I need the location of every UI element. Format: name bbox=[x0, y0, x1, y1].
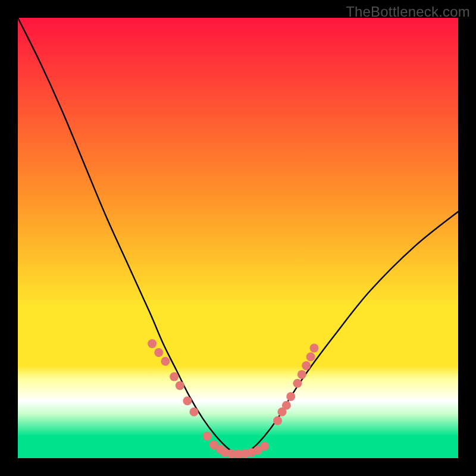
data-point bbox=[273, 416, 282, 425]
data-point bbox=[170, 372, 178, 381]
data-point bbox=[183, 396, 192, 405]
data-point bbox=[286, 392, 295, 401]
data-point bbox=[161, 357, 170, 366]
data-point bbox=[176, 381, 184, 390]
data-point bbox=[298, 370, 306, 379]
data-point bbox=[306, 352, 315, 361]
data-point bbox=[148, 339, 156, 348]
data-point bbox=[293, 379, 302, 388]
data-point bbox=[310, 344, 319, 353]
data-point bbox=[282, 401, 291, 410]
data-point bbox=[154, 348, 163, 357]
data-point bbox=[302, 361, 311, 370]
plot-area bbox=[18, 18, 458, 458]
data-point bbox=[260, 442, 269, 451]
watermark-text: TheBottleneck.com bbox=[346, 4, 470, 20]
chart-frame: TheBottleneck.com bbox=[0, 0, 476, 476]
data-point bbox=[203, 432, 212, 441]
data-points bbox=[18, 18, 458, 458]
data-point bbox=[190, 408, 199, 416]
